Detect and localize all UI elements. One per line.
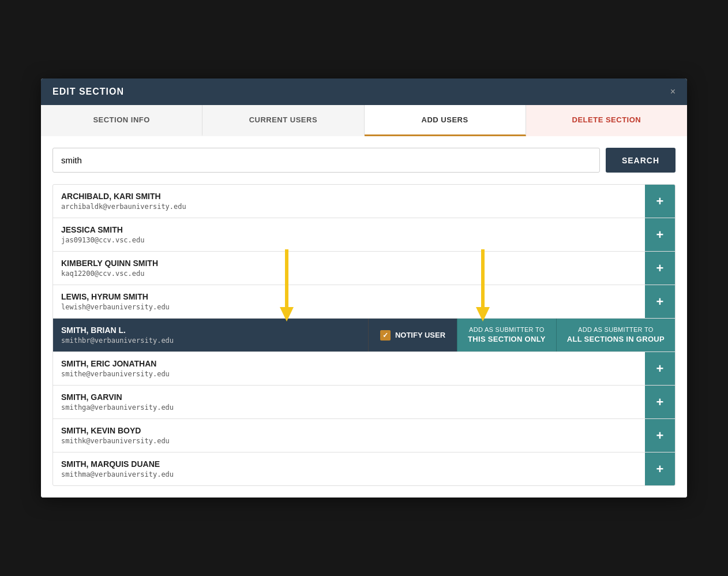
add-submitter-this-section-button[interactable]: ADD AS SUBMITTER TO THIS SECTION ONLY	[457, 319, 556, 351]
user-name: SMITH, KEVIN BOYD	[61, 426, 637, 435]
tab-section-info[interactable]: SECTION INFO	[41, 105, 202, 136]
add-user-button[interactable]: +	[645, 285, 675, 318]
submitter-options: ✓ NOTIFY USER ADD AS SUBMITTER TO THIS S…	[368, 319, 675, 351]
user-info: LEWIS, HYRUM SMITH lewish@verbauniversit…	[53, 285, 645, 318]
add-user-button[interactable]: +	[645, 352, 675, 385]
user-info: JESSICA SMITH jas09130@ccv.vsc.edu	[53, 218, 645, 251]
modal-title: EDIT SECTION	[52, 87, 124, 97]
this-section-line1: ADD AS SUBMITTER TO	[469, 326, 545, 334]
add-user-button[interactable]: +	[645, 185, 675, 218]
user-info: SMITH, BRIAN L. smithbr@verbauniversity.…	[53, 319, 368, 351]
search-row: SEARCH	[52, 148, 676, 173]
user-email: smithga@verbauniversity.edu	[61, 403, 637, 412]
modal-overlay: EDIT SECTION × SECTION INFO CURRENT USER…	[0, 0, 728, 576]
user-name: SMITH, MARQUIS DUANE	[61, 459, 637, 469]
table-row: SMITH, ERIC JONATHAN smithe@verbaunivers…	[53, 352, 675, 386]
user-email: smithe@verbauniversity.edu	[61, 370, 637, 378]
user-email: smithk@verbauniversity.edu	[61, 437, 637, 445]
user-info: ARCHIBALD, KARI SMITH archibaldk@verbaun…	[53, 185, 645, 218]
modal-body: SEARCH ARCHIBALD, KARI SMITH archibaldk@…	[41, 136, 687, 498]
tab-add-users[interactable]: ADD USERS	[365, 105, 526, 136]
tab-current-users[interactable]: CURRENT USERS	[202, 105, 364, 136]
search-button[interactable]: SEARCH	[606, 148, 676, 173]
all-sections-line2: ALL SECTIONS IN GROUP	[567, 334, 665, 345]
user-name: SMITH, BRIAN L.	[61, 326, 360, 335]
table-row: KIMBERLY QUINN SMITH kaq12200@ccv.vsc.ed…	[53, 252, 675, 285]
table-row: ARCHIBALD, KARI SMITH archibaldk@verbaun…	[53, 185, 675, 218]
user-name: SMITH, GARVIN	[61, 392, 637, 402]
this-section-line2: THIS SECTION ONLY	[468, 334, 546, 345]
user-info: SMITH, MARQUIS DUANE smithma@verbauniver…	[53, 452, 645, 485]
add-user-button[interactable]: +	[645, 386, 675, 418]
user-name: JESSICA SMITH	[61, 225, 637, 234]
table-row: SMITH, KEVIN BOYD smithk@verbauniversity…	[53, 419, 675, 452]
add-user-button[interactable]: +	[645, 218, 675, 251]
modal-header: EDIT SECTION ×	[41, 78, 687, 105]
user-name: ARCHIBALD, KARI SMITH	[61, 192, 637, 201]
notify-user-label: NOTIFY USER	[395, 331, 445, 339]
add-user-button[interactable]: +	[645, 419, 675, 452]
table-row: JESSICA SMITH jas09130@ccv.vsc.edu +	[53, 218, 675, 252]
user-email: smithma@verbauniversity.edu	[61, 470, 637, 478]
user-name: SMITH, ERIC JONATHAN	[61, 359, 637, 368]
tab-delete-section[interactable]: DELETE SECTION	[526, 105, 687, 136]
user-email: jas09130@ccv.vsc.edu	[61, 236, 637, 244]
tabs-container: SECTION INFO CURRENT USERS ADD USERS DEL…	[41, 105, 687, 136]
user-info: SMITH, KEVIN BOYD smithk@verbauniversity…	[53, 419, 645, 452]
table-row-expanded: SMITH, BRIAN L. smithbr@verbauniversity.…	[53, 319, 675, 352]
table-row: LEWIS, HYRUM SMITH lewish@verbauniversit…	[53, 285, 675, 319]
add-user-button[interactable]: +	[645, 252, 675, 285]
user-info: SMITH, GARVIN smithga@verbauniversity.ed…	[53, 386, 645, 418]
close-button[interactable]: ×	[670, 87, 676, 96]
edit-section-modal: EDIT SECTION × SECTION INFO CURRENT USER…	[41, 78, 687, 498]
user-email: lewish@verbauniversity.edu	[61, 303, 637, 311]
all-sections-line1: ADD AS SUBMITTER TO	[578, 326, 654, 334]
user-email: kaq12200@ccv.vsc.edu	[61, 270, 637, 278]
user-name: LEWIS, HYRUM SMITH	[61, 292, 637, 301]
user-email: archibaldk@verbauniversity.edu	[61, 203, 637, 211]
results-list: ARCHIBALD, KARI SMITH archibaldk@verbaun…	[52, 184, 676, 486]
user-info: KIMBERLY QUINN SMITH kaq12200@ccv.vsc.ed…	[53, 252, 645, 285]
add-submitter-all-sections-button[interactable]: ADD AS SUBMITTER TO ALL SECTIONS IN GROU…	[556, 319, 675, 351]
table-row: SMITH, MARQUIS DUANE smithma@verbauniver…	[53, 452, 675, 485]
table-row: SMITH, GARVIN smithga@verbauniversity.ed…	[53, 386, 675, 419]
notify-checkbox: ✓	[380, 330, 391, 341]
user-name: KIMBERLY QUINN SMITH	[61, 259, 637, 268]
notify-user-button[interactable]: ✓ NOTIFY USER	[368, 319, 457, 351]
user-info: SMITH, ERIC JONATHAN smithe@verbaunivers…	[53, 352, 645, 385]
search-input[interactable]	[52, 148, 600, 173]
add-user-button[interactable]: +	[645, 452, 675, 485]
user-email: smithbr@verbauniversity.edu	[61, 336, 360, 345]
